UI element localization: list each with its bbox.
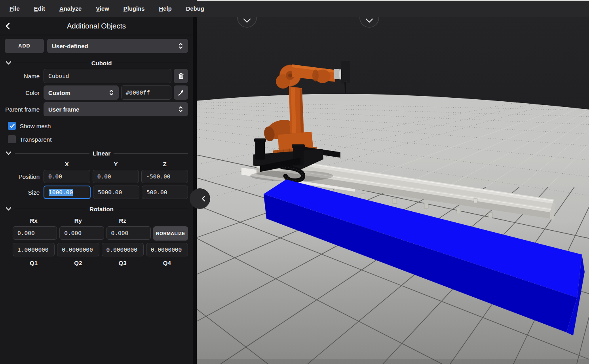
panel-header: Additional Objects [0,17,193,35]
collapse-rotation-button[interactable] [5,205,12,212]
selected-text: 1000.00 [49,189,73,196]
color-mode-value: Custom [48,89,109,96]
show-mesh-checkbox[interactable] [8,122,16,130]
size-y-input[interactable]: 5000.00 [93,186,139,199]
name-label: Name [5,73,41,80]
viewport-3d[interactable] [197,17,589,364]
show-mesh-row[interactable]: Show mesh [0,122,193,130]
color-label: Color [5,89,41,96]
size-x-input[interactable]: 1000.00 [44,186,91,199]
unfold-icon [178,42,183,49]
additional-objects-panel: Additional Objects ADD User-defined Cubo… [0,17,193,364]
chevron-down-icon [6,151,11,155]
size-label: Size [5,189,41,196]
q3-input[interactable]: 0.0000000 [102,243,144,256]
position-z-input[interactable]: -500.00 [141,170,188,183]
chevron-down-icon [6,207,11,211]
collapse-chevron-icon [201,195,205,202]
menu-bar: File Edit Analyze View Plugins Help Debu… [0,0,589,17]
linear-column-headers: X Y Z [0,161,193,167]
linear-section-header: Linear [0,150,193,157]
parent-frame-value: User frame [48,106,178,113]
delete-object-button[interactable] [174,69,188,83]
size-z-input[interactable]: 500.00 [142,186,188,199]
cuboid-section-title: Cuboid [91,60,112,66]
menu-analyze[interactable]: Analyze [54,3,87,14]
rotation-section-header: Rotation [0,205,193,212]
end-effector-tool [341,61,350,83]
position-label: Position [5,173,41,180]
collapse-cuboid-button[interactable] [5,59,12,66]
name-input[interactable]: Cuboid [44,69,171,83]
col-ry: Ry [57,217,99,224]
q1-label: Q1 [13,260,55,266]
rotation-column-headers: Rx Ry Rz [0,217,193,224]
col-z: Z [141,161,188,167]
parent-frame-label: Parent frame [5,106,41,113]
ry-input[interactable]: 0.000 [59,226,104,240]
rail-stop-block [474,198,477,203]
eyedropper-icon [178,89,184,96]
unfold-icon [109,89,114,96]
q3-label: Q3 [102,260,144,266]
chevron-down-icon [6,61,11,65]
viewport-top-border [197,0,589,1]
check-icon [10,124,15,128]
color-mode-dropdown[interactable]: Custom [44,85,119,100]
menu-debug[interactable]: Debug [180,3,210,14]
color-picker-button[interactable] [174,85,188,100]
transparent-checkbox[interactable] [8,135,16,143]
position-x-input[interactable]: 0.00 [44,170,90,183]
quaternion-labels: Q1 Q2 Q3 Q4 [0,260,193,266]
col-x: X [44,161,90,167]
back-chevron-icon [5,23,11,30]
color-hex-input[interactable]: #0000ff [121,85,171,100]
trash-icon [178,72,184,80]
col-rz: Rz [102,217,144,224]
add-button[interactable]: ADD [5,39,44,53]
transparent-label: Transparent [20,136,51,143]
unfold-icon [178,106,183,113]
rx-input[interactable]: 0.000 [13,226,57,240]
parent-frame-dropdown[interactable]: User frame [44,102,188,116]
collapse-sidebar-handle[interactable] [190,188,210,209]
show-mesh-label: Show mesh [20,123,51,129]
col-rx: Rx [13,217,55,224]
position-y-input[interactable]: 0.00 [93,170,139,183]
panel-title: Additional Objects [0,22,193,30]
rotation-section-title: Rotation [89,206,114,212]
linear-section-title: Linear [93,150,110,157]
collapse-linear-button[interactable] [5,150,12,157]
normalize-button[interactable]: NORMALIZE [153,226,188,241]
cuboid-section-header: Cuboid [0,59,193,66]
menu-view[interactable]: View [90,3,115,14]
tool-tip [345,91,346,93]
q2-label: Q2 [57,260,99,266]
col-empty [146,217,188,224]
menu-help[interactable]: Help [154,3,177,14]
menu-plugins[interactable]: Plugins [118,3,150,14]
viewport-bottom-shade [197,359,589,364]
rz-input[interactable]: 0.000 [106,226,151,240]
transparent-row[interactable]: Transparent [0,135,193,143]
q4-input[interactable]: 0.0000000 [146,243,188,256]
object-type-dropdown[interactable]: User-defined [47,39,188,53]
menu-edit[interactable]: Edit [28,3,51,14]
menu-file[interactable]: File [4,3,25,14]
back-button[interactable] [0,18,16,34]
q2-input[interactable]: 0.0000000 [57,243,99,256]
object-type-value: User-defined [52,43,178,49]
q1-input[interactable]: 1.0000000 [13,243,55,256]
col-y: Y [93,161,139,167]
q4-label: Q4 [146,260,188,266]
scene-svg [197,17,589,364]
